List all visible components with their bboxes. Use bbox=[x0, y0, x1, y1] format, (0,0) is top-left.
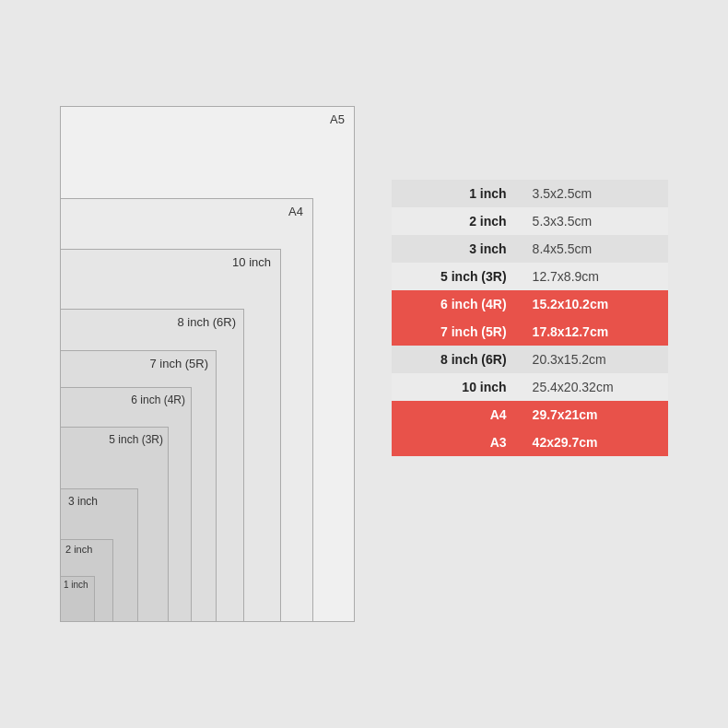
size-label: 10 inch bbox=[392, 373, 520, 401]
rect-1inch: 1 inch bbox=[60, 576, 95, 622]
size-label: 7 inch (5R) bbox=[392, 318, 520, 346]
size-table-container: 1 inch3.5x2.5cm2 inch5.3x3.5cm3 inch8.4x… bbox=[392, 180, 668, 456]
label-8inch: 8 inch (6R) bbox=[177, 315, 236, 329]
size-label: 6 inch (4R) bbox=[392, 290, 520, 318]
size-value: 25.4x20.32cm bbox=[520, 373, 668, 401]
table-row: 7 inch (5R)17.8x12.7cm bbox=[392, 318, 668, 346]
size-value: 15.2x10.2cm bbox=[520, 290, 668, 318]
size-value: 12.7x8.9cm bbox=[520, 263, 668, 290]
table-row: 8 inch (6R)20.3x15.2cm bbox=[392, 346, 668, 373]
size-value: 3.5x2.5cm bbox=[520, 180, 668, 207]
label-10inch: 10 inch bbox=[232, 255, 271, 269]
size-label: 3 inch bbox=[392, 235, 520, 263]
label-5inch: 5 inch (3R) bbox=[109, 433, 163, 446]
table-row: 10 inch25.4x20.32cm bbox=[392, 373, 668, 401]
table-row: 6 inch (4R)15.2x10.2cm bbox=[392, 290, 668, 318]
size-label: 2 inch bbox=[392, 207, 520, 235]
table-row: 3 inch8.4x5.5cm bbox=[392, 235, 668, 263]
table-row: A429.7x21cm bbox=[392, 401, 668, 429]
size-label: 1 inch bbox=[392, 180, 520, 207]
label-7inch: 7 inch (5R) bbox=[149, 357, 208, 370]
label-a4: A4 bbox=[288, 205, 303, 218]
size-value: 8.4x5.5cm bbox=[520, 235, 668, 263]
table-row: 5 inch (3R)12.7x8.9cm bbox=[392, 263, 668, 290]
label-2inch: 2 inch bbox=[65, 544, 92, 555]
size-label: A4 bbox=[392, 401, 520, 429]
size-label: A3 bbox=[392, 429, 520, 456]
label-6inch: 6 inch (4R) bbox=[131, 393, 185, 406]
table-row: 1 inch3.5x2.5cm bbox=[392, 180, 668, 207]
size-value: 42x29.7cm bbox=[520, 429, 668, 456]
size-diagram: A5 A4 10 inch 8 inch (6R) 7 inch (5R) 6 … bbox=[60, 106, 355, 622]
main-container: A5 A4 10 inch 8 inch (6R) 7 inch (5R) 6 … bbox=[41, 88, 687, 640]
label-3inch: 3 inch bbox=[68, 495, 98, 508]
size-value: 20.3x15.2cm bbox=[520, 346, 668, 373]
label-1inch: 1 inch bbox=[64, 580, 88, 590]
table-row: A342x29.7cm bbox=[392, 429, 668, 456]
size-value: 29.7x21cm bbox=[520, 401, 668, 429]
size-label: 8 inch (6R) bbox=[392, 346, 520, 373]
label-a5: A5 bbox=[330, 112, 345, 126]
size-value: 5.3x3.5cm bbox=[520, 207, 668, 235]
table-row: 2 inch5.3x3.5cm bbox=[392, 207, 668, 235]
size-label: 5 inch (3R) bbox=[392, 263, 520, 290]
size-value: 17.8x12.7cm bbox=[520, 318, 668, 346]
size-table: 1 inch3.5x2.5cm2 inch5.3x3.5cm3 inch8.4x… bbox=[392, 180, 668, 456]
